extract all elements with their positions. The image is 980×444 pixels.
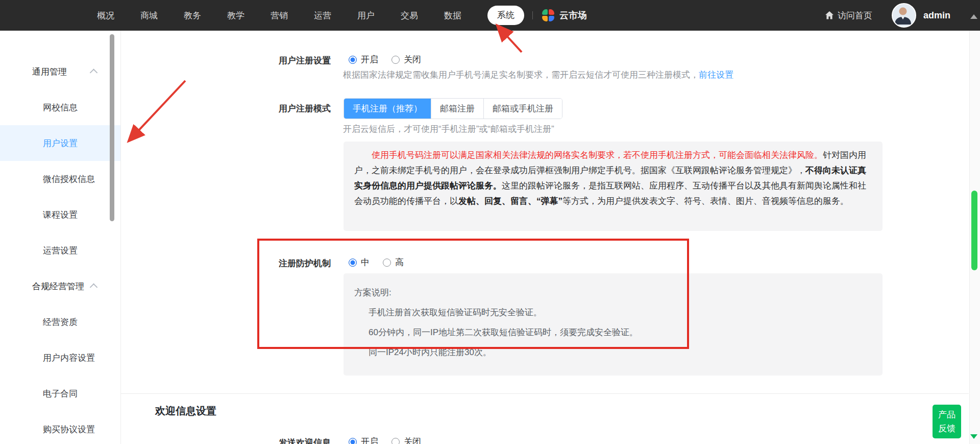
nav-item-trade[interactable]: 交易 xyxy=(401,10,418,21)
sidebar-item-e-contract[interactable]: 电子合同 xyxy=(0,376,120,411)
nav-item-marketing[interactable]: 营销 xyxy=(271,10,288,21)
section-divider xyxy=(121,393,969,394)
scrollbar-up-arrow-icon[interactable] xyxy=(970,14,977,19)
avatar[interactable] xyxy=(892,3,916,28)
radio-option-enable[interactable]: 开启 xyxy=(349,436,378,444)
radio-option-medium[interactable]: 中 xyxy=(349,256,370,268)
sidebar-scrollbar-thumb[interactable] xyxy=(110,34,114,221)
plan-line: 同一IP24小时内只能注册30次。 xyxy=(344,346,883,358)
sidebar-item-course-settings[interactable]: 课程设置 xyxy=(0,197,120,232)
radio-checked-icon xyxy=(349,438,357,444)
sidebar-group-label: 合规经营管理 xyxy=(32,281,84,292)
settings-form: 用户注册设置 开启 关闭 根据国家法律规定需收集用户手机号满足实名制要求，需开启… xyxy=(121,31,969,444)
nav-item-teaching[interactable]: 教学 xyxy=(227,10,244,21)
register-switch-help: 根据国家法律规定需收集用户手机号满足实名制要求，需开启云短信才可使用三种注册模式… xyxy=(343,69,733,81)
sidebar: 通用管理 网校信息 用户设置 微信授权信息 课程设置 运营设置 合规经营管理 经… xyxy=(0,31,121,444)
nav-item-operation[interactable]: 运营 xyxy=(314,10,331,21)
notice-bold-text: 发帖、回复、留言、“弹幕” xyxy=(458,196,562,206)
radio-option-enable[interactable]: 开启 xyxy=(349,54,378,65)
nav-item-data[interactable]: 数据 xyxy=(444,10,461,21)
sidebar-group-general[interactable]: 通用管理 xyxy=(0,54,120,89)
notice-text: 等方式，为用户提供发表文字、符号、表情、图片、音视频等信息的服务。 xyxy=(562,196,849,206)
chevron-up-icon xyxy=(90,68,98,77)
plan-line: 60分钟内，同一IP地址第二次获取短信验证码时，须要完成安全验证。 xyxy=(344,326,883,338)
register-switch-options: 开启 关闭 xyxy=(349,54,434,65)
register-mode-tabs: 手机注册（推荐） 邮箱注册 邮箱或手机注册 xyxy=(344,98,562,119)
admin-settings-page: 概况 商城 教务 教学 营销 运营 用户 交易 数据 系统 云市场 访问首页 xyxy=(0,0,980,444)
tab-phone-register[interactable]: 手机注册（推荐） xyxy=(344,99,431,119)
radio-label: 开启 xyxy=(361,436,378,444)
sidebar-item-purchase-agreement[interactable]: 购买协议设置 xyxy=(0,411,120,444)
register-mode-help: 开启云短信后，才可使用“手机注册”或“邮箱或手机注册” xyxy=(343,123,554,135)
protection-label: 注册防护机制 xyxy=(167,258,331,269)
register-switch-label: 用户注册设置 xyxy=(167,55,331,66)
product-feedback-button[interactable]: 产品 反馈 xyxy=(933,405,961,438)
cloud-market-label: 云市场 xyxy=(559,9,587,21)
radio-label: 中 xyxy=(361,256,370,268)
protection-options: 中 高 xyxy=(349,256,417,268)
sidebar-group-label: 通用管理 xyxy=(32,66,67,78)
plan-line: 手机注册首次获取短信验证码时无安全验证。 xyxy=(344,307,883,318)
chevron-up-icon xyxy=(90,283,98,291)
top-nav-right: 访问首页 admin xyxy=(825,0,950,31)
sidebar-item-user-settings[interactable]: 用户设置 xyxy=(0,125,120,161)
radio-label: 开启 xyxy=(361,54,378,65)
plan-description-box: 方案说明: 手机注册首次获取短信验证码时无安全验证。 60分钟内，同一IP地址第… xyxy=(344,273,883,376)
legal-notice-box: 使用手机号码注册可以满足国家相关法律法规的网络实名制要求，若不使用手机注册方式，… xyxy=(344,142,883,231)
scrollbar-down-arrow-icon[interactable] xyxy=(970,434,977,439)
tab-email-register[interactable]: 邮箱注册 xyxy=(431,99,483,119)
radio-icon xyxy=(391,438,400,444)
sidebar-item-user-content-settings[interactable]: 用户内容设置 xyxy=(0,340,120,376)
sidebar-item-operation-settings[interactable]: 运营设置 xyxy=(0,232,120,268)
sidebar-menu: 通用管理 网校信息 用户设置 微信授权信息 课程设置 运营设置 合规经营管理 经… xyxy=(0,54,120,444)
username[interactable]: admin xyxy=(923,10,950,21)
sidebar-item-wechat-auth[interactable]: 微信授权信息 xyxy=(0,161,120,197)
radio-icon xyxy=(391,56,400,64)
radio-option-disable[interactable]: 关闭 xyxy=(391,436,421,444)
register-mode-label: 用户注册模式 xyxy=(167,103,331,114)
page-scrollbar-thumb[interactable] xyxy=(971,191,977,270)
radio-label: 关闭 xyxy=(404,54,421,65)
top-nav-menu: 概况 商城 教务 教学 营销 运营 用户 交易 数据 系统 云市场 xyxy=(97,0,587,31)
welcome-section-title: 欢迎信息设置 xyxy=(155,404,216,418)
welcome-switch-label: 发送欢迎信息 xyxy=(167,437,331,444)
radio-option-disable[interactable]: 关闭 xyxy=(391,54,421,65)
radio-option-high[interactable]: 高 xyxy=(383,256,404,268)
nav-item-cloud-market[interactable]: 云市场 xyxy=(542,9,587,21)
feedback-line: 产品 xyxy=(933,408,961,422)
nav-item-mall[interactable]: 商城 xyxy=(140,10,158,21)
help-text: 根据国家法律规定需收集用户手机号满足实名制要求，需开启云短信才可使用三种注册模式… xyxy=(343,70,699,80)
legal-notice-text: 使用手机号码注册可以满足国家相关法律法规的网络实名制要求，若不使用手机注册方式，… xyxy=(344,142,883,209)
sidebar-item-business-qualification[interactable]: 经营资质 xyxy=(0,304,120,340)
tab-email-or-phone-register[interactable]: 邮箱或手机注册 xyxy=(483,99,562,119)
nav-divider xyxy=(532,11,533,19)
welcome-switch-options: 开启 关闭 xyxy=(349,436,434,444)
top-nav: 概况 商城 教务 教学 营销 运营 用户 交易 数据 系统 云市场 访问首页 xyxy=(0,0,980,31)
home-icon xyxy=(825,11,834,20)
radio-checked-icon xyxy=(349,56,357,64)
visit-home-label: 访问首页 xyxy=(838,10,872,21)
feedback-line: 反馈 xyxy=(933,422,961,435)
radio-checked-icon xyxy=(349,259,357,267)
sidebar-group-compliance[interactable]: 合规经营管理 xyxy=(0,268,120,304)
nav-item-users[interactable]: 用户 xyxy=(357,10,375,21)
radio-label: 高 xyxy=(395,256,404,268)
sidebar-item-school-info[interactable]: 网校信息 xyxy=(0,89,120,125)
cloud-market-clover-icon xyxy=(542,9,554,21)
notice-red-text: 使用手机号码注册可以满足国家相关法律法规的网络实名制要求，若不使用手机注册方式，… xyxy=(372,150,823,160)
radio-label: 关闭 xyxy=(404,436,421,444)
avatar-photo xyxy=(893,4,913,25)
nav-item-overview[interactable]: 概况 xyxy=(97,10,114,21)
radio-icon xyxy=(383,259,391,267)
go-setup-link[interactable]: 前往设置 xyxy=(699,70,733,80)
nav-item-academic[interactable]: 教务 xyxy=(184,10,201,21)
plan-title: 方案说明: xyxy=(344,273,883,298)
nav-item-system-active[interactable]: 系统 xyxy=(487,6,524,25)
visit-home-link[interactable]: 访问首页 xyxy=(825,10,872,21)
